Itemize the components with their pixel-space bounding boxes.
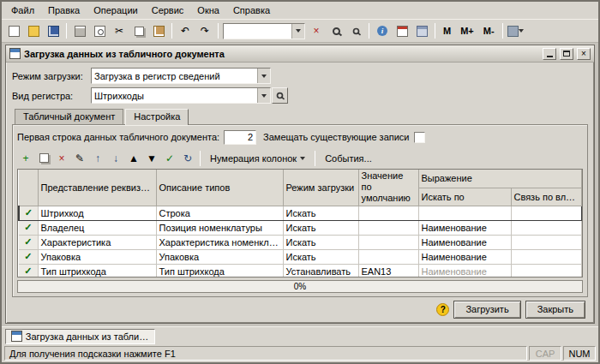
clear-search-button[interactable]: ×	[307, 21, 326, 40]
cell-search-by[interactable]: Наименование	[418, 235, 511, 249]
copy-button[interactable]	[129, 21, 148, 40]
minimize-button[interactable]	[543, 48, 556, 60]
row-checkbox[interactable]: ✓	[19, 264, 38, 277]
find-button[interactable]	[327, 21, 345, 40]
row-checkbox[interactable]: ✓	[19, 220, 38, 235]
cell-search-by[interactable]	[418, 206, 511, 220]
row-checkbox[interactable]: ✓	[19, 249, 38, 264]
cell-owner-link[interactable]	[511, 206, 582, 220]
service-menu-button[interactable]	[507, 21, 525, 40]
check-all-button[interactable]: ✓	[161, 150, 178, 167]
cell-default[interactable]	[358, 235, 418, 249]
menu-operations[interactable]: Операции	[87, 3, 143, 17]
load-mode-dropdown-button[interactable]	[257, 69, 270, 83]
row-checkbox[interactable]: ✓	[19, 235, 38, 249]
new-document-button[interactable]	[4, 21, 23, 40]
memory-minus-button[interactable]: M-	[479, 21, 499, 40]
undo-button[interactable]: ↶	[176, 21, 195, 40]
toolbar-separator	[218, 23, 219, 39]
cell-attribute[interactable]: Владелец	[38, 220, 156, 235]
refresh-button[interactable]: ↻	[179, 150, 196, 167]
cell-mode[interactable]: Искать	[283, 206, 358, 220]
cell-attribute[interactable]: Тип штрихкода	[38, 264, 156, 277]
caps-lock-indicator: CAP	[529, 346, 561, 361]
cell-owner-link[interactable]	[511, 235, 582, 249]
print-button[interactable]	[70, 21, 89, 40]
calendar-icon	[397, 26, 408, 37]
delete-row-button[interactable]: ×	[53, 150, 70, 167]
register-kind-select[interactable]: Штрихкоды	[91, 87, 271, 104]
cell-default[interactable]	[358, 249, 418, 264]
menu-file[interactable]: Файл	[5, 3, 40, 17]
edit-row-button[interactable]: ✎	[71, 150, 88, 167]
calendar-button[interactable]	[393, 21, 411, 40]
open-button[interactable]	[24, 21, 43, 40]
calculator-button[interactable]	[412, 21, 431, 40]
paste-button[interactable]	[149, 21, 168, 40]
cell-search-by[interactable]: Наименование	[418, 220, 511, 235]
events-button[interactable]: События...	[319, 150, 378, 167]
cell-owner-link[interactable]	[511, 220, 582, 235]
close-button[interactable]: ×	[577, 48, 591, 60]
cell-attribute[interactable]: Упаковка	[38, 249, 156, 264]
move-down-button[interactable]: ↓	[107, 150, 124, 167]
progress-bar: 0%	[17, 280, 583, 293]
taskbar-item-load-data[interactable]: Загрузка данных из таблич...	[5, 329, 155, 344]
cell-search-by[interactable]: Наименование	[418, 249, 511, 264]
row-checkbox[interactable]: ✓	[19, 206, 38, 220]
cell-default[interactable]	[358, 220, 418, 235]
cell-types[interactable]: Упаковка	[156, 249, 283, 264]
close-dialog-button[interactable]: Закрыть	[525, 301, 585, 319]
cell-types[interactable]: Строка	[156, 206, 283, 220]
memory-recall-button[interactable]: M	[439, 21, 455, 40]
info-button[interactable]: i	[373, 21, 392, 40]
add-row-button[interactable]: +	[17, 150, 34, 167]
cell-default[interactable]	[358, 206, 418, 220]
menu-windows[interactable]: Окна	[191, 3, 225, 17]
memory-plus-button[interactable]: M+	[456, 21, 478, 40]
menu-help[interactable]: Справка	[227, 3, 276, 17]
cell-mode[interactable]: Искать	[283, 235, 358, 249]
cell-attribute[interactable]: Штрихкод	[38, 206, 156, 220]
cell-mode[interactable]: Искать	[283, 249, 358, 264]
load-button[interactable]: Загрузить	[453, 301, 520, 319]
cell-attribute[interactable]: Характеристика	[38, 235, 156, 249]
cell-types[interactable]: Характеристика номенкла...	[156, 235, 283, 249]
print-preview-button[interactable]	[90, 21, 109, 40]
search-dropdown-button[interactable]	[291, 24, 304, 39]
sort-ascending-button[interactable]: ▲	[125, 150, 142, 167]
chevron-down-icon	[261, 75, 267, 78]
load-mode-select[interactable]: Загрузка в регистр сведений	[91, 68, 271, 84]
cell-types[interactable]: Тип штрихкода	[156, 264, 283, 277]
dialog-titlebar[interactable]: Загрузка данных из табличного документа …	[6, 45, 594, 63]
first-row-input[interactable]	[224, 130, 256, 145]
maximize-button[interactable]	[560, 48, 573, 60]
register-kind-dropdown-button[interactable]	[257, 88, 270, 103]
cell-default[interactable]: EAN13	[358, 264, 418, 277]
sort-descending-button[interactable]: ▼	[143, 150, 160, 167]
move-up-button[interactable]: ↑	[89, 150, 106, 167]
copy-row-button[interactable]	[35, 150, 52, 167]
find-next-button[interactable]	[346, 21, 365, 40]
table-row: ✓ Штрихкод Строка Искать	[19, 206, 582, 220]
replace-records-checkbox[interactable]	[414, 132, 425, 143]
cut-button[interactable]: ✂	[110, 21, 129, 40]
search-combobox[interactable]	[223, 23, 305, 39]
redo-button[interactable]: ↷	[195, 21, 214, 40]
column-numbering-button[interactable]: Нумерация колонок	[204, 150, 311, 167]
cell-mode[interactable]: Устанавливать	[283, 264, 358, 277]
cell-search-by[interactable]: Наименование	[418, 264, 511, 277]
tab-settings[interactable]: Настройка	[125, 109, 189, 125]
tab-tabular-document[interactable]: Табличный документ	[15, 109, 123, 124]
help-button[interactable]: ?	[436, 303, 449, 316]
cell-owner-link[interactable]	[511, 249, 582, 264]
menu-service[interactable]: Сервис	[146, 3, 190, 17]
menu-edit[interactable]: Правка	[42, 3, 86, 17]
check-icon: ✓	[165, 153, 174, 164]
save-button[interactable]	[44, 21, 63, 40]
cell-mode[interactable]: Искать	[283, 220, 358, 235]
register-choose-button[interactable]	[272, 87, 288, 104]
column-header-owner-link: Связь по владельцу	[511, 188, 582, 206]
cell-types[interactable]: Позиция номенклатуры	[156, 220, 283, 235]
cell-owner-link[interactable]	[511, 264, 582, 277]
